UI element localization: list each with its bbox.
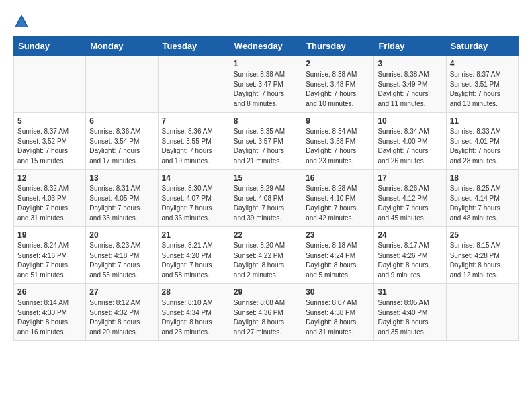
weekday-header-monday: Monday xyxy=(86,37,158,56)
day-number: 13 xyxy=(89,173,154,183)
day-cell-26: 26Sunrise: 8:14 AM Sunset: 4:30 PM Dayli… xyxy=(14,284,86,341)
day-cell-5: 5Sunrise: 8:37 AM Sunset: 3:52 PM Daylig… xyxy=(14,113,86,170)
day-info: Sunrise: 8:08 AM Sunset: 4:36 PM Dayligh… xyxy=(234,298,298,337)
day-number: 26 xyxy=(17,287,82,297)
day-info: Sunrise: 8:38 AM Sunset: 3:47 PM Dayligh… xyxy=(234,70,298,109)
day-cell-27: 27Sunrise: 8:12 AM Sunset: 4:32 PM Dayli… xyxy=(86,284,158,341)
day-cell-28: 28Sunrise: 8:10 AM Sunset: 4:34 PM Dayli… xyxy=(158,284,230,341)
day-info: Sunrise: 8:34 AM Sunset: 3:58 PM Dayligh… xyxy=(306,127,370,166)
day-number: 28 xyxy=(162,287,226,297)
day-number: 7 xyxy=(162,116,226,126)
day-number: 31 xyxy=(378,287,442,297)
day-cell-18: 18Sunrise: 8:25 AM Sunset: 4:14 PM Dayli… xyxy=(446,170,518,227)
empty-cell xyxy=(14,56,86,113)
empty-cell xyxy=(158,56,230,113)
day-cell-15: 15Sunrise: 8:29 AM Sunset: 4:08 PM Dayli… xyxy=(230,170,302,227)
day-info: Sunrise: 8:23 AM Sunset: 4:18 PM Dayligh… xyxy=(89,241,154,280)
day-info: Sunrise: 8:14 AM Sunset: 4:30 PM Dayligh… xyxy=(17,298,82,337)
day-cell-4: 4Sunrise: 8:37 AM Sunset: 3:51 PM Daylig… xyxy=(446,56,518,113)
day-cell-3: 3Sunrise: 8:38 AM Sunset: 3:49 PM Daylig… xyxy=(374,56,446,113)
day-cell-24: 24Sunrise: 8:17 AM Sunset: 4:26 PM Dayli… xyxy=(374,227,446,284)
day-info: Sunrise: 8:28 AM Sunset: 4:10 PM Dayligh… xyxy=(306,184,370,223)
day-info: Sunrise: 8:15 AM Sunset: 4:28 PM Dayligh… xyxy=(450,241,515,280)
day-number: 2 xyxy=(306,59,370,68)
day-number: 23 xyxy=(306,230,370,240)
empty-cell xyxy=(446,284,518,341)
day-number: 11 xyxy=(450,116,515,126)
logo-icon xyxy=(13,13,30,30)
day-number: 20 xyxy=(89,230,154,240)
day-number: 6 xyxy=(89,116,154,126)
day-cell-30: 30Sunrise: 8:07 AM Sunset: 4:38 PM Dayli… xyxy=(302,284,374,341)
day-info: Sunrise: 8:26 AM Sunset: 4:12 PM Dayligh… xyxy=(378,184,442,223)
day-cell-9: 9Sunrise: 8:34 AM Sunset: 3:58 PM Daylig… xyxy=(302,113,374,170)
weekday-header-saturday: Saturday xyxy=(446,37,518,56)
day-cell-12: 12Sunrise: 8:32 AM Sunset: 4:03 PM Dayli… xyxy=(14,170,86,227)
day-info: Sunrise: 8:36 AM Sunset: 3:54 PM Dayligh… xyxy=(89,127,154,166)
day-cell-22: 22Sunrise: 8:20 AM Sunset: 4:22 PM Dayli… xyxy=(230,227,302,284)
day-cell-6: 6Sunrise: 8:36 AM Sunset: 3:54 PM Daylig… xyxy=(86,113,158,170)
day-number: 27 xyxy=(89,287,154,297)
day-info: Sunrise: 8:10 AM Sunset: 4:34 PM Dayligh… xyxy=(162,298,226,337)
day-cell-21: 21Sunrise: 8:21 AM Sunset: 4:20 PM Dayli… xyxy=(158,227,230,284)
weekday-header-sunday: Sunday xyxy=(14,37,86,56)
day-number: 30 xyxy=(306,287,370,297)
day-cell-25: 25Sunrise: 8:15 AM Sunset: 4:28 PM Dayli… xyxy=(446,227,518,284)
day-info: Sunrise: 8:30 AM Sunset: 4:07 PM Dayligh… xyxy=(162,184,226,223)
week-row-3: 12Sunrise: 8:32 AM Sunset: 4:03 PM Dayli… xyxy=(14,170,519,227)
day-info: Sunrise: 8:07 AM Sunset: 4:38 PM Dayligh… xyxy=(306,298,370,337)
day-cell-16: 16Sunrise: 8:28 AM Sunset: 4:10 PM Dayli… xyxy=(302,170,374,227)
day-info: Sunrise: 8:12 AM Sunset: 4:32 PM Dayligh… xyxy=(89,298,154,337)
header xyxy=(13,13,519,30)
weekday-header-tuesday: Tuesday xyxy=(158,37,230,56)
day-number: 25 xyxy=(450,230,515,240)
day-cell-1: 1Sunrise: 8:38 AM Sunset: 3:47 PM Daylig… xyxy=(230,56,302,113)
day-number: 10 xyxy=(378,116,442,126)
day-info: Sunrise: 8:34 AM Sunset: 4:00 PM Dayligh… xyxy=(378,127,442,166)
day-cell-19: 19Sunrise: 8:24 AM Sunset: 4:16 PM Dayli… xyxy=(14,227,86,284)
calendar-table: SundayMondayTuesdayWednesdayThursdayFrid… xyxy=(13,36,519,341)
weekday-header-row: SundayMondayTuesdayWednesdayThursdayFrid… xyxy=(14,37,519,56)
day-info: Sunrise: 8:05 AM Sunset: 4:40 PM Dayligh… xyxy=(378,298,442,337)
day-number: 21 xyxy=(162,230,226,240)
day-info: Sunrise: 8:18 AM Sunset: 4:24 PM Dayligh… xyxy=(306,241,370,280)
week-row-2: 5Sunrise: 8:37 AM Sunset: 3:52 PM Daylig… xyxy=(14,113,519,170)
day-info: Sunrise: 8:37 AM Sunset: 3:52 PM Dayligh… xyxy=(17,127,82,166)
day-cell-14: 14Sunrise: 8:30 AM Sunset: 4:07 PM Dayli… xyxy=(158,170,230,227)
weekday-header-thursday: Thursday xyxy=(302,37,374,56)
day-number: 14 xyxy=(162,173,226,183)
week-row-4: 19Sunrise: 8:24 AM Sunset: 4:16 PM Dayli… xyxy=(14,227,519,284)
day-info: Sunrise: 8:25 AM Sunset: 4:14 PM Dayligh… xyxy=(450,184,515,223)
day-number: 8 xyxy=(234,116,298,126)
day-info: Sunrise: 8:17 AM Sunset: 4:26 PM Dayligh… xyxy=(378,241,442,280)
day-info: Sunrise: 8:32 AM Sunset: 4:03 PM Dayligh… xyxy=(17,184,82,223)
day-info: Sunrise: 8:38 AM Sunset: 3:49 PM Dayligh… xyxy=(378,70,442,109)
weekday-header-wednesday: Wednesday xyxy=(230,37,302,56)
week-row-1: 1Sunrise: 8:38 AM Sunset: 3:47 PM Daylig… xyxy=(14,56,519,113)
day-number: 17 xyxy=(378,173,442,183)
day-info: Sunrise: 8:35 AM Sunset: 3:57 PM Dayligh… xyxy=(234,127,298,166)
day-number: 4 xyxy=(450,59,515,68)
day-number: 16 xyxy=(306,173,370,183)
day-number: 24 xyxy=(378,230,442,240)
day-number: 15 xyxy=(234,173,298,183)
day-cell-2: 2Sunrise: 8:38 AM Sunset: 3:48 PM Daylig… xyxy=(302,56,374,113)
day-info: Sunrise: 8:29 AM Sunset: 4:08 PM Dayligh… xyxy=(234,184,298,223)
day-number: 22 xyxy=(234,230,298,240)
day-info: Sunrise: 8:21 AM Sunset: 4:20 PM Dayligh… xyxy=(162,241,226,280)
day-number: 5 xyxy=(17,116,82,126)
day-cell-11: 11Sunrise: 8:33 AM Sunset: 4:01 PM Dayli… xyxy=(446,113,518,170)
day-cell-17: 17Sunrise: 8:26 AM Sunset: 4:12 PM Dayli… xyxy=(374,170,446,227)
weekday-header-friday: Friday xyxy=(374,37,446,56)
day-number: 1 xyxy=(234,59,298,68)
day-number: 19 xyxy=(17,230,82,240)
empty-cell xyxy=(86,56,158,113)
day-number: 3 xyxy=(378,59,442,68)
day-cell-29: 29Sunrise: 8:08 AM Sunset: 4:36 PM Dayli… xyxy=(230,284,302,341)
day-cell-31: 31Sunrise: 8:05 AM Sunset: 4:40 PM Dayli… xyxy=(374,284,446,341)
day-cell-23: 23Sunrise: 8:18 AM Sunset: 4:24 PM Dayli… xyxy=(302,227,374,284)
day-number: 12 xyxy=(17,173,82,183)
day-info: Sunrise: 8:37 AM Sunset: 3:51 PM Dayligh… xyxy=(450,70,515,109)
day-number: 29 xyxy=(234,287,298,297)
day-number: 9 xyxy=(306,116,370,126)
